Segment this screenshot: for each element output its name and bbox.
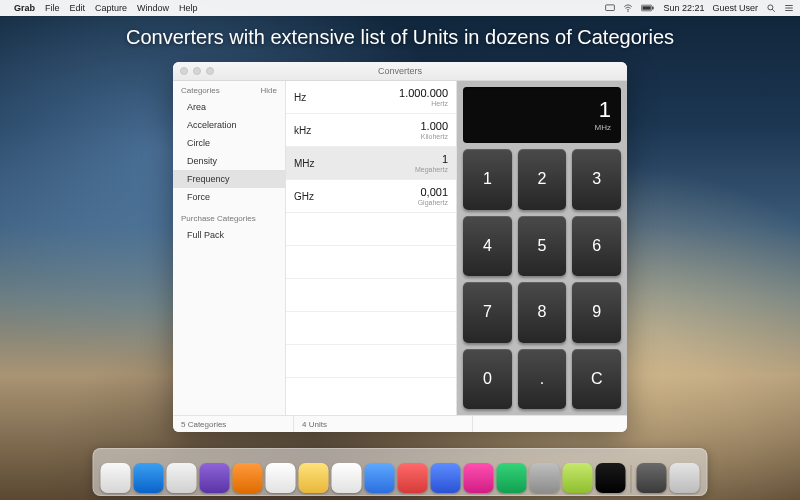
unit-name: Hertz — [431, 100, 448, 107]
sidebar-item-full-pack[interactable]: Full Pack — [173, 226, 285, 244]
dock — [93, 448, 708, 496]
dock-app-17[interactable] — [670, 463, 700, 493]
display-value: 1 — [599, 99, 611, 121]
categories-sidebar: Categories Hide Area Acceleration Circle… — [173, 81, 286, 415]
menubar-app-name[interactable]: Grab — [14, 3, 35, 13]
menubar-user[interactable]: Guest User — [712, 3, 758, 13]
key-7[interactable]: 7 — [463, 282, 512, 343]
dock-separator — [631, 465, 632, 493]
unit-value: 0,001 — [420, 187, 448, 198]
dock-app-14[interactable] — [563, 463, 593, 493]
dock-app-3[interactable] — [200, 463, 230, 493]
battery-icon[interactable] — [641, 3, 655, 13]
key-6[interactable]: 6 — [572, 216, 621, 277]
menubar-clock[interactable]: Sun 22:21 — [663, 3, 704, 13]
unit-row-empty — [286, 213, 456, 246]
calculator-display: 1 MHz — [463, 87, 621, 143]
sidebar-item-force[interactable]: Force — [173, 188, 285, 206]
unit-row-empty — [286, 378, 456, 410]
dock-app-16[interactable] — [637, 463, 667, 493]
window-title: Converters — [173, 66, 627, 76]
converters-window: Converters Categories Hide Area Accelera… — [173, 62, 627, 432]
unit-value: 1 — [442, 154, 448, 165]
dock-app-0[interactable] — [101, 463, 131, 493]
key-2[interactable]: 2 — [518, 149, 567, 210]
menu-extra-icon[interactable] — [784, 3, 794, 13]
window-titlebar[interactable]: Converters — [173, 62, 627, 81]
dock-app-9[interactable] — [398, 463, 428, 493]
window-statusbar: 5 Categories 4 Units — [173, 415, 627, 432]
key-clear[interactable]: C — [572, 349, 621, 410]
keypad: 1 2 3 4 5 6 7 8 9 0 . C — [463, 149, 621, 409]
svg-point-1 — [628, 11, 629, 12]
dock-app-1[interactable] — [134, 463, 164, 493]
svg-point-5 — [768, 5, 773, 10]
svg-rect-4 — [643, 6, 651, 10]
unit-row-ghz[interactable]: GHz 0,001 Gigahertz — [286, 180, 456, 213]
display-unit: MHz — [595, 123, 611, 132]
key-4[interactable]: 4 — [463, 216, 512, 277]
menubar-item-help[interactable]: Help — [179, 3, 198, 13]
spotlight-icon[interactable] — [766, 3, 776, 13]
screen-icon[interactable] — [605, 3, 615, 13]
dock-app-13[interactable] — [530, 463, 560, 493]
dock-app-5[interactable] — [266, 463, 296, 493]
dock-app-15[interactable] — [596, 463, 626, 493]
calculator-panel: 1 MHz 1 2 3 4 5 6 7 8 9 0 . C — [457, 81, 627, 415]
dock-app-11[interactable] — [464, 463, 494, 493]
unit-row-empty — [286, 279, 456, 312]
units-list: Hz 1.000.000 Hertz kHz 1.000 Kilohertz M… — [286, 81, 457, 415]
menubar-item-file[interactable]: File — [45, 3, 60, 13]
menubar: Grab File Edit Capture Window Help Sun 2… — [0, 0, 800, 16]
sidebar-item-frequency[interactable]: Frequency — [173, 170, 285, 188]
dock-app-2[interactable] — [167, 463, 197, 493]
dock-app-8[interactable] — [365, 463, 395, 493]
key-decimal[interactable]: . — [518, 349, 567, 410]
status-categories-count: 5 Categories — [173, 416, 294, 432]
key-1[interactable]: 1 — [463, 149, 512, 210]
svg-line-6 — [772, 9, 775, 12]
sidebar-header-purchase: Purchase Categories — [173, 206, 285, 226]
unit-value: 1.000.000 — [399, 88, 448, 99]
key-3[interactable]: 3 — [572, 149, 621, 210]
dock-app-6[interactable] — [299, 463, 329, 493]
unit-abbr: kHz — [294, 125, 311, 136]
menubar-item-capture[interactable]: Capture — [95, 3, 127, 13]
unit-row-khz[interactable]: kHz 1.000 Kilohertz — [286, 114, 456, 147]
unit-abbr: Hz — [294, 92, 306, 103]
unit-abbr: MHz — [294, 158, 315, 169]
sidebar-item-acceleration[interactable]: Acceleration — [173, 116, 285, 134]
sidebar-header-categories: Categories — [181, 86, 220, 95]
key-8[interactable]: 8 — [518, 282, 567, 343]
unit-row-mhz[interactable]: MHz 1 Megahertz — [286, 147, 456, 180]
dock-app-7[interactable] — [332, 463, 362, 493]
wifi-icon[interactable] — [623, 3, 633, 13]
sidebar-item-area[interactable]: Area — [173, 98, 285, 116]
sidebar-hide-button[interactable]: Hide — [261, 86, 277, 95]
sidebar-item-circle[interactable]: Circle — [173, 134, 285, 152]
status-units-count: 4 Units — [294, 416, 473, 432]
unit-name: Kilohertz — [421, 133, 448, 140]
unit-name: Gigahertz — [418, 199, 448, 206]
unit-row-empty — [286, 312, 456, 345]
dock-app-4[interactable] — [233, 463, 263, 493]
key-5[interactable]: 5 — [518, 216, 567, 277]
svg-rect-3 — [653, 7, 654, 10]
key-9[interactable]: 9 — [572, 282, 621, 343]
unit-row-empty — [286, 246, 456, 279]
menubar-item-edit[interactable]: Edit — [70, 3, 86, 13]
dock-app-10[interactable] — [431, 463, 461, 493]
promo-headline: Converters with extensive list of Units … — [0, 26, 800, 49]
sidebar-item-density[interactable]: Density — [173, 152, 285, 170]
key-0[interactable]: 0 — [463, 349, 512, 410]
dock-app-12[interactable] — [497, 463, 527, 493]
unit-value: 1.000 — [420, 121, 448, 132]
svg-rect-0 — [606, 5, 615, 11]
unit-row-empty — [286, 345, 456, 378]
menubar-item-window[interactable]: Window — [137, 3, 169, 13]
unit-name: Megahertz — [415, 166, 448, 173]
unit-abbr: GHz — [294, 191, 314, 202]
desktop: Grab File Edit Capture Window Help Sun 2… — [0, 0, 800, 500]
unit-row-hz[interactable]: Hz 1.000.000 Hertz — [286, 81, 456, 114]
